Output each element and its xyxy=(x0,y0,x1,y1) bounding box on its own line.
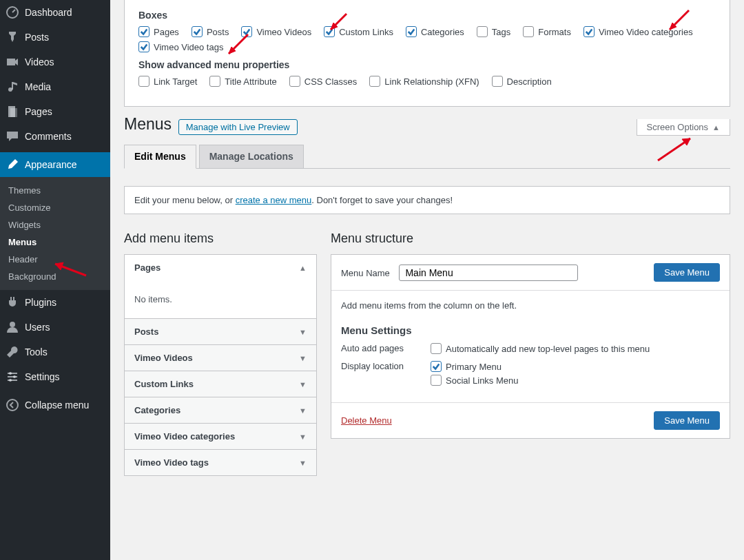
menu-body-text: Add menu items from the column on the le… xyxy=(341,300,720,311)
accordion-vimeo-video-categories[interactable]: Vimeo Video categories▼ xyxy=(125,423,316,449)
add-items-heading: Add menu items xyxy=(124,231,317,246)
adv-link-relationship-(xfn)[interactable]: Link Relationship (XFN) xyxy=(369,76,479,87)
checkbox-label: Custom Links xyxy=(339,27,393,37)
menu-structure-heading: Menu structure xyxy=(331,231,730,246)
settings-icon xyxy=(6,370,19,384)
adv-link-target[interactable]: Link Target xyxy=(138,76,197,87)
sidebar-item-label: Appearance xyxy=(25,159,77,170)
sidebar-item-users[interactable]: Users xyxy=(0,315,110,340)
svg-point-12 xyxy=(9,372,12,375)
screen-options-label: Screen Options xyxy=(647,122,709,132)
menu-edit-panel: Menu Name Save Menu Add menu items from … xyxy=(331,254,730,439)
caret-down-icon: ▼ xyxy=(299,433,307,441)
dashboard-icon xyxy=(6,6,19,19)
display-location-label: Display location xyxy=(341,361,417,371)
screen-options-panel: Boxes PagesPostsVimeo VideosCustom Links… xyxy=(124,0,730,107)
sidebar-subitem-background[interactable]: Background xyxy=(0,268,110,285)
menu-name-input[interactable] xyxy=(399,265,578,281)
sidebar-item-collapse-menu[interactable]: Collapse menu xyxy=(0,393,110,417)
sidebar-item-pages[interactable]: Pages xyxy=(0,99,110,124)
screen-options-toggle[interactable]: Screen Options ▲ xyxy=(637,119,731,136)
checkbox-label: Categories xyxy=(421,27,464,37)
sidebar-subitem-menus[interactable]: Menus xyxy=(0,234,110,251)
create-menu-link[interactable]: create a new menu xyxy=(236,195,312,205)
advanced-heading: Show advanced menu properties xyxy=(138,59,716,70)
accordion-pages-body: No items. xyxy=(125,280,316,318)
sidebar-item-label: Media xyxy=(25,81,51,92)
adv-description[interactable]: Description xyxy=(492,76,552,87)
box-vimeo-videos[interactable]: Vimeo Videos xyxy=(241,26,311,37)
sidebar-item-comments[interactable]: Comments xyxy=(0,124,110,149)
sidebar-item-media[interactable]: Media xyxy=(0,74,110,99)
checkbox-label: Pages xyxy=(154,27,179,37)
adv-title-attribute[interactable]: Title Attribute xyxy=(209,76,276,87)
page-title: Menus xyxy=(124,115,172,134)
svg-rect-2 xyxy=(7,59,15,65)
accordion-vimeo-video-tags[interactable]: Vimeo Video tags▼ xyxy=(125,449,316,475)
sidebar-item-appearance[interactable]: Appearance xyxy=(0,152,110,177)
accordion-categories[interactable]: Categories▼ xyxy=(125,397,316,423)
box-categories[interactable]: Categories xyxy=(406,26,464,37)
svg-point-13 xyxy=(13,375,16,378)
box-vimeo-video-tags[interactable]: Vimeo Video tags xyxy=(138,41,223,52)
sidebar-item-settings[interactable]: Settings xyxy=(0,364,110,389)
sidebar-item-label: Dashboard xyxy=(25,7,72,18)
sidebar-item-label: Pages xyxy=(25,106,52,117)
sidebar-item-tools[interactable]: Tools xyxy=(0,340,110,364)
auto-add-label: Auto add pages xyxy=(341,343,417,353)
checkbox-label: Vimeo Video categories xyxy=(599,27,693,37)
svg-rect-5 xyxy=(12,82,13,90)
sidebar-item-label: Videos xyxy=(25,56,54,68)
sidebar-item-posts[interactable]: Posts xyxy=(0,25,110,50)
box-custom-links[interactable]: Custom Links xyxy=(324,26,393,37)
accordion-pages[interactable]: Pages▲ xyxy=(125,255,316,280)
sidebar-item-label: Settings xyxy=(25,371,60,382)
accordion-custom-links[interactable]: Custom Links▼ xyxy=(125,371,316,397)
checkbox-label: Vimeo Videos xyxy=(256,27,311,37)
save-menu-button-bottom[interactable]: Save Menu xyxy=(654,411,720,430)
sidebar-item-label: Comments xyxy=(25,131,72,142)
brush-icon xyxy=(6,158,19,172)
box-formats[interactable]: Formats xyxy=(523,26,571,37)
admin-sidebar: DashboardPostsVideosMediaPagesCommentsAp… xyxy=(0,0,110,560)
checkbox-label: Description xyxy=(507,76,552,87)
sidebar-item-videos[interactable]: Videos xyxy=(0,50,110,74)
caret-up-icon: ▲ xyxy=(299,264,307,272)
boxes-heading: Boxes xyxy=(138,10,716,21)
pin-icon xyxy=(6,30,19,44)
sidebar-item-plugins[interactable]: Plugins xyxy=(0,290,110,315)
auto-add-checkbox[interactable]: Automatically add new top-level pages to… xyxy=(431,343,650,354)
sidebar-subitem-header[interactable]: Header xyxy=(0,251,110,268)
checkbox-label: Primary Menu xyxy=(446,362,502,372)
box-vimeo-video-categories[interactable]: Vimeo Video categories xyxy=(583,26,693,37)
save-menu-button-top[interactable]: Save Menu xyxy=(654,263,720,282)
checkbox-label: CSS Classes xyxy=(304,76,358,87)
tab-manage-locations[interactable]: Manage Locations xyxy=(199,145,304,168)
svg-rect-7 xyxy=(10,108,17,117)
media-icon xyxy=(6,80,19,94)
sidebar-item-label: Users xyxy=(25,322,50,333)
sidebar-subitem-widgets[interactable]: Widgets xyxy=(0,216,110,234)
location-primary-menu[interactable]: Primary Menu xyxy=(431,361,502,372)
adv-css-classes[interactable]: CSS Classes xyxy=(289,76,358,87)
tabs: Edit MenusManage Locations xyxy=(124,145,730,169)
box-posts[interactable]: Posts xyxy=(192,26,229,37)
accordion-posts[interactable]: Posts▼ xyxy=(125,318,316,344)
location-social-links-menu[interactable]: Social Links Menu xyxy=(431,375,519,386)
sidebar-item-label: Collapse menu xyxy=(25,400,89,411)
comment-icon xyxy=(6,129,19,143)
box-pages[interactable]: Pages xyxy=(138,26,179,37)
sidebar-subitem-customize[interactable]: Customize xyxy=(0,199,110,216)
svg-point-14 xyxy=(9,379,12,382)
user-icon xyxy=(6,320,19,334)
tab-edit-menus[interactable]: Edit Menus xyxy=(124,145,196,169)
checkbox-label: Title Attribute xyxy=(225,76,276,87)
checkbox-label: Tags xyxy=(492,27,510,37)
sidebar-item-dashboard[interactable]: Dashboard xyxy=(0,0,110,25)
sidebar-subitem-themes[interactable]: Themes xyxy=(0,182,110,199)
video-icon xyxy=(6,55,19,69)
delete-menu-link[interactable]: Delete Menu xyxy=(341,415,392,426)
box-tags[interactable]: Tags xyxy=(477,26,510,37)
live-preview-button[interactable]: Manage with Live Preview xyxy=(178,119,298,135)
accordion-vimeo-videos[interactable]: Vimeo Videos▼ xyxy=(125,344,316,371)
